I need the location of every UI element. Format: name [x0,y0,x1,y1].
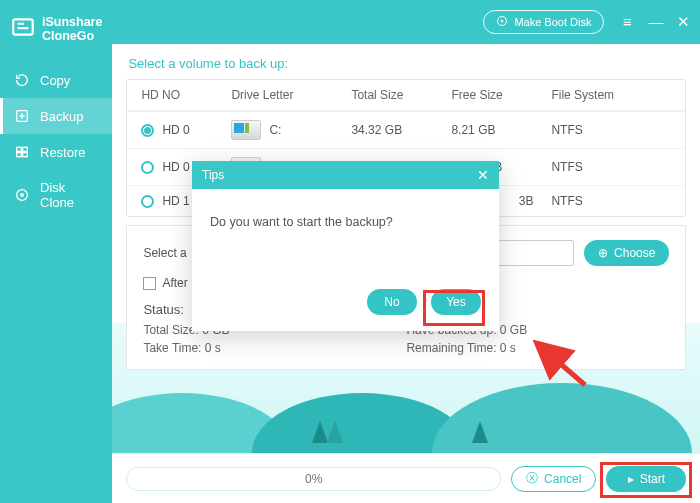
radio-icon[interactable] [141,124,154,137]
app-brand: iSunshare CloneGo [0,10,112,62]
dialog-yes-button[interactable]: Yes [431,289,481,315]
app-title: iSunshare CloneGo [42,15,102,43]
close-icon[interactable]: ✕ [676,13,690,31]
start-label: Start [640,472,665,486]
radio-icon[interactable] [141,195,154,208]
svg-point-7 [21,194,24,197]
choose-label: Choose [614,246,655,260]
sidebar-item-copy[interactable]: Copy [0,62,112,98]
col-hdno: HD NO [141,88,231,102]
cancel-icon: ⓧ [526,470,538,487]
disc-icon [496,15,508,29]
checkbox-icon[interactable] [143,277,156,290]
dialog-message: Do you want to start the backup? [192,189,499,289]
radio-icon[interactable] [141,161,154,174]
footer-bar: 0% ⓧ Cancel ▸ Start [112,453,700,503]
start-button[interactable]: ▸ Start [606,466,686,492]
sidebar-item-label: Disk Clone [40,180,98,210]
cancel-label: Cancel [544,472,581,486]
sidebar-item-label: Restore [40,145,86,160]
svg-rect-5 [23,153,28,157]
table-row[interactable]: HD 0 C: 34.32 GB 8.21 GB NTFS [127,111,685,148]
menu-icon[interactable]: ≡ [620,13,634,31]
choose-button[interactable]: ⊕ Choose [584,240,669,266]
after-label: After [162,276,187,290]
cell-total: 34.32 GB [351,123,451,137]
tips-dialog: Tips ✕ Do you want to start the backup? … [192,161,499,331]
status-take: Take Time: 0 s [143,341,406,355]
section-title: Select a volume to back up: [126,50,686,79]
play-icon: ▸ [628,472,634,486]
col-fs: File System [551,88,671,102]
progress-bar: 0% [126,467,501,491]
plus-icon: ⊕ [598,246,608,260]
svg-rect-4 [17,153,22,157]
svg-point-8 [498,17,507,26]
sidebar-item-label: Copy [40,73,70,88]
make-boot-disk-button[interactable]: Make Boot Disk [483,10,604,34]
window-controls: ≡ — ✕ [614,13,690,31]
svg-point-9 [501,20,503,22]
cell-letter: C: [269,123,281,137]
app-logo-icon [10,14,36,44]
cell-hdno: HD 0 [162,160,189,174]
cell-fs: NTFS [551,123,671,137]
dialog-actions: No Yes [192,289,499,331]
cell-fs: NTFS [551,160,671,174]
minimize-icon[interactable]: — [648,13,662,31]
sidebar-item-label: Backup [40,109,83,124]
col-free: Free Size [451,88,551,102]
disk-clone-icon [14,187,30,203]
sidebar-item-restore[interactable]: Restore [0,134,112,170]
svg-rect-3 [23,147,28,151]
restore-icon [14,144,30,160]
dialog-no-button[interactable]: No [367,289,417,315]
drive-icon [231,120,261,140]
cell-hdno: HD 0 [162,123,189,137]
cancel-button[interactable]: ⓧ Cancel [511,466,596,492]
cell-fs: NTFS [551,194,671,208]
cell-free: 8.21 GB [451,123,551,137]
titlebar: Make Boot Disk ≡ — ✕ [112,0,700,44]
select-label: Select a [143,246,186,260]
sidebar-item-disk-clone[interactable]: Disk Clone [0,170,112,220]
svg-point-6 [17,190,28,201]
svg-line-10 [540,346,585,385]
table-header: HD NO Drive Letter Total Size Free Size … [127,80,685,111]
col-letter: Drive Letter [231,88,351,102]
backup-icon [14,108,30,124]
red-arrow-icon [530,340,590,390]
dialog-close-icon[interactable]: ✕ [477,167,489,183]
copy-icon [14,72,30,88]
sidebar-item-backup[interactable]: Backup [0,98,112,134]
make-boot-label: Make Boot Disk [514,16,591,28]
dialog-title: Tips [202,168,224,182]
svg-rect-2 [17,147,22,151]
col-total: Total Size [351,88,451,102]
sidebar: iSunshare CloneGo Copy Backup Restore Di… [0,0,112,503]
dialog-header: Tips ✕ [192,161,499,189]
progress-percent: 0% [305,472,322,486]
cell-hdno: HD 1 [162,194,189,208]
